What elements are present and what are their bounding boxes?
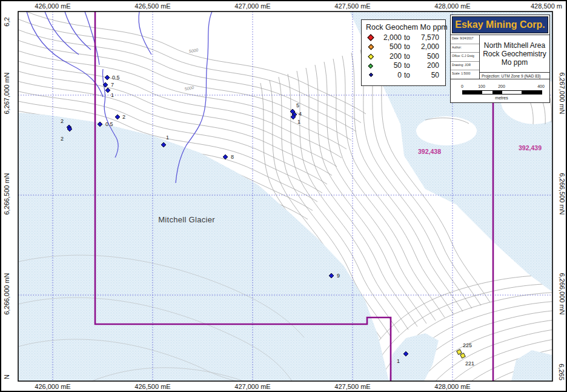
- sample-value-label: 8: [231, 154, 234, 160]
- legend-row: 0to50: [362, 70, 445, 80]
- drawing-info: Date: 9/24/2017 Author: Office: C.J Grei…: [451, 35, 480, 79]
- legend-range-to: 200: [413, 61, 439, 70]
- sample-value-label: 0.5: [105, 121, 113, 127]
- legend-diamond-icon: [365, 45, 376, 49]
- legend-row: 500to2,000: [362, 42, 445, 52]
- axis-label-easting-bottom: 427,000 mE: [234, 383, 270, 390]
- legend-range-to-word: to: [402, 42, 413, 51]
- map-title-line3: Mo ppm: [502, 58, 528, 67]
- sample-value-label: 1: [397, 358, 400, 364]
- axis-label-northing-left: 6,266,000 mN: [3, 273, 10, 314]
- scale-bar-graphic: [462, 90, 542, 95]
- legend-range-to: 7,570: [413, 33, 439, 42]
- sample-value-label: 9: [337, 273, 340, 279]
- axis-label-easting-top: 427,000 mE: [234, 2, 270, 10]
- white-patch: [416, 116, 477, 145]
- diamond-swatch: [368, 73, 373, 77]
- legend-rows: 2,000to7,570500to2,000200to50050to2000to…: [362, 33, 445, 80]
- claim-number-label: 392,439: [519, 144, 542, 151]
- legend-row: 50to200: [362, 61, 445, 71]
- map-page: Mitchell Glacier392,438392,43950005000 0…: [0, 0, 567, 392]
- projection-note: Projection: UTM Zone 9 (NAD 83): [480, 72, 549, 79]
- axis-label-easting-bottom: 426,000 mE: [35, 383, 70, 390]
- legend-box: Rock Geochem Mo ppm 2,000to7,570500to2,0…: [361, 19, 446, 86]
- axis-label-northing-left: 6,267,000 mN: [3, 72, 10, 114]
- legend-diamond-icon: [365, 55, 376, 59]
- legend-range-to: 50: [413, 71, 439, 79]
- info-date: Date: 9/24/2017: [451, 35, 479, 44]
- axis-label-northing-right: 6,267,000 mN: [559, 72, 566, 114]
- legend-range-from: 0: [376, 71, 402, 79]
- info-scale: Scale: 1:5000: [451, 70, 479, 79]
- axis-label-partial: 6,265: [558, 364, 565, 380]
- scale-unit: metres: [495, 96, 508, 100]
- legend-range-from: 2,000: [376, 33, 402, 42]
- company-banner: Eskay Mining Corp.: [452, 16, 548, 33]
- axis-label-easting-top: 426,500 mE: [134, 2, 170, 10]
- scale-tick-400: 400: [537, 84, 545, 88]
- axis-label-easting-bottom: 427,500 mE: [334, 383, 370, 390]
- scale-bar-section: 0 100 200 400 metres: [451, 79, 549, 102]
- sample-value-label: 4: [299, 111, 302, 117]
- company-name: Eskay Mining Corp.: [455, 19, 545, 30]
- legend-range-from: 500: [376, 42, 402, 51]
- legend-diamond-icon: [365, 64, 376, 68]
- axis-label-easting-bottom: 428,000 mE: [434, 383, 470, 390]
- sample-value-label: 0.5: [112, 75, 120, 81]
- sample-value-label: 5: [296, 102, 299, 108]
- sample-value-label: 2: [61, 136, 64, 142]
- axis-label-easting-top: 428,000 mE: [434, 2, 470, 10]
- legend-title: Rock Geochem Mo ppm: [362, 20, 445, 33]
- legend-range-from: 50: [376, 61, 402, 70]
- claim-number-label: 392,438: [418, 148, 441, 155]
- legend-range-to-word: to: [402, 61, 413, 70]
- scale-bar: 0 100 200 400 metres: [455, 84, 546, 102]
- sample-value-label: 7: [111, 82, 114, 88]
- scale-tick-200: 200: [498, 84, 505, 88]
- sample-value-label: 2: [61, 118, 64, 124]
- legend-range-to: 500: [413, 52, 439, 61]
- axis-label-easting-top: 426,000 mE: [35, 2, 70, 10]
- legend-diamond-icon: [365, 73, 376, 76]
- legend-range-from: 200: [376, 52, 402, 61]
- scale-tick-100: 100: [478, 84, 485, 88]
- axis-label-northing-left: 6,266,500 mN: [3, 173, 10, 214]
- diamond-swatch: [368, 44, 374, 50]
- sample-value-label: 1: [111, 92, 114, 98]
- sample-value-label: 225: [463, 342, 472, 348]
- legend-range-to: 2,000: [413, 42, 439, 51]
- diamond-swatch: [368, 53, 373, 59]
- title-block-body: Date: 9/24/2017 Author: Office: C.J Grei…: [451, 35, 549, 79]
- info-author: Author:: [451, 44, 479, 53]
- map-title-line2: Rock Geochemistry: [483, 50, 546, 58]
- diamond-swatch: [367, 34, 374, 41]
- axis-label-northing-right: 6,266,000 mN: [559, 273, 566, 314]
- legend-range-to-word: to: [402, 52, 413, 61]
- map-title: North Mitchell Area Rock Geochemistry Mo…: [480, 35, 549, 72]
- axis-label-easting-bottom: 426,500 mE: [134, 383, 170, 390]
- axis-label-easting-top: 427,500 mE: [334, 2, 370, 10]
- scale-tick-0: 0: [461, 84, 463, 88]
- axis-label-easting-top: 428,500 m: [531, 2, 562, 10]
- legend-range-to-word: to: [402, 71, 413, 79]
- legend-diamond-icon: [365, 35, 376, 40]
- sample-value-label: 1: [166, 135, 169, 141]
- diamond-swatch: [368, 63, 373, 68]
- sample-value-label: 1: [297, 119, 300, 125]
- title-block: Eskay Mining Corp. Date: 9/24/2017 Autho…: [450, 15, 550, 103]
- glacier-name-label: Mitchell Glacier: [158, 215, 215, 224]
- sample-value-label: 2: [122, 114, 125, 120]
- legend-row: 200to500: [362, 51, 445, 61]
- title-block-right: North Mitchell Area Rock Geochemistry Mo…: [480, 35, 549, 79]
- axis-label-northing-right: 6,266,500 mN: [559, 173, 566, 214]
- map-title-line1: North Mitchell Area: [484, 41, 545, 50]
- axis-label-partial: 6,2: [3, 17, 10, 26]
- legend-row: 2,000to7,570: [362, 33, 445, 42]
- axis-label-partial: N: [3, 374, 10, 379]
- info-office: Office: C.J Greig: [451, 53, 479, 62]
- sample-value-label: 221: [465, 360, 474, 367]
- info-drawing: Drawing: JOR: [451, 62, 479, 71]
- legend-range-to-word: to: [402, 33, 413, 42]
